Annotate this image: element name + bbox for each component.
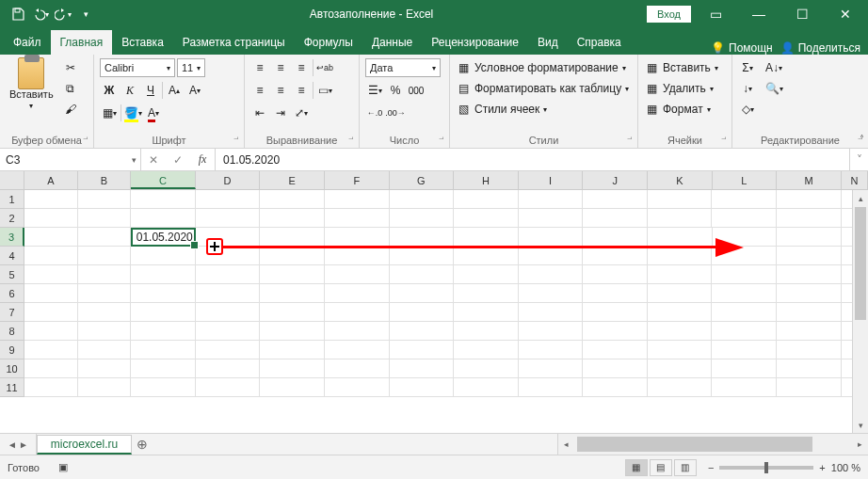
cell[interactable] [454,303,519,322]
orientation-icon[interactable]: ⤢▾ [292,104,311,122]
cell[interactable] [454,322,519,341]
cell[interactable] [648,322,713,341]
cell[interactable] [325,322,390,341]
cell[interactable] [260,303,325,322]
cell[interactable] [390,378,455,397]
cell[interactable] [454,190,519,209]
cell[interactable] [24,284,77,303]
scroll-down-icon[interactable]: ▾ [853,417,868,433]
cell[interactable] [131,284,196,303]
cell[interactable] [390,209,455,228]
cell[interactable] [131,265,196,284]
underline-button[interactable]: Ч [141,81,160,100]
column-header[interactable]: G [390,171,455,189]
cell[interactable] [325,190,390,209]
cell[interactable] [325,378,390,397]
cell[interactable] [712,378,777,397]
undo-icon[interactable]: ▾ [30,4,51,24]
find-select-icon[interactable]: 🔍▾ [761,79,787,98]
column-header[interactable]: F [325,171,390,189]
cell[interactable] [777,265,842,284]
cell[interactable] [390,228,455,247]
cell[interactable] [260,228,325,247]
cell[interactable] [519,265,584,284]
scroll-right-icon[interactable]: ▸ [852,434,868,455]
cell[interactable] [648,303,713,322]
cell[interactable] [24,247,77,265]
cell[interactable] [777,190,842,209]
cell[interactable] [196,247,261,265]
qat-customize-icon[interactable]: ▾ [75,4,96,24]
row-header[interactable]: 2 [0,209,24,228]
cell[interactable] [454,209,519,228]
cell[interactable] [78,190,131,209]
cell[interactable] [519,284,584,303]
cell[interactable] [260,359,325,378]
number-format-combo[interactable]: Дата▾ [365,58,441,77]
cell[interactable] [196,209,261,228]
align-middle-icon[interactable]: ≡ [271,58,290,77]
increase-indent-icon[interactable]: ⇥ [271,104,290,122]
tell-me-button[interactable]: 💡Помощн [711,41,773,55]
accounting-format-icon[interactable]: ☰▾ [365,81,384,100]
view-page-break-icon[interactable]: ▥ [674,459,697,476]
enter-formula-icon[interactable]: ✓ [166,153,190,167]
tab-file[interactable]: Файл [4,30,51,55]
cell[interactable] [390,359,455,378]
zoom-out-button[interactable]: − [708,462,714,473]
maximize-icon[interactable]: ☐ [783,0,821,28]
grow-font-icon[interactable]: A▴ [165,81,184,100]
cell[interactable] [583,359,648,378]
wrap-text-icon[interactable]: ↩ab [315,58,334,77]
cell[interactable] [390,284,455,303]
cell[interactable] [196,341,261,359]
cell[interactable] [648,265,713,284]
align-right-icon[interactable]: ≡ [292,81,311,100]
cell[interactable] [648,359,713,378]
cell[interactable] [131,378,196,397]
cell[interactable] [777,209,842,228]
cell[interactable] [24,190,77,209]
cell[interactable] [454,341,519,359]
column-header[interactable]: N [842,171,868,189]
font-size-combo[interactable]: 11▾ [177,58,205,77]
cell[interactable] [260,284,325,303]
cell[interactable] [260,341,325,359]
cell[interactable] [583,190,648,209]
tab-home[interactable]: Главная [51,30,113,55]
cell[interactable] [24,228,77,247]
cell[interactable] [519,190,584,209]
cell[interactable] [583,284,648,303]
cell[interactable] [583,209,648,228]
cell[interactable] [78,265,131,284]
tab-view[interactable]: Вид [528,30,568,55]
share-button[interactable]: 👤Поделиться [780,41,860,55]
insert-cells-button[interactable]: ▦Вставить▾ [644,58,718,77]
cell[interactable] [325,247,390,265]
expand-formula-bar-icon[interactable]: ˅ [849,149,868,170]
zoom-level[interactable]: 100 % [831,462,860,473]
view-page-layout-icon[interactable]: ▤ [650,459,672,476]
cell[interactable] [390,303,455,322]
cell-styles-button[interactable]: ▧Стили ячеек▾ [456,100,629,119]
cell[interactable] [519,378,584,397]
cell[interactable] [325,359,390,378]
autosum-icon[interactable]: Σ▾ [738,58,757,77]
decrease-indent-icon[interactable]: ⇤ [250,104,269,122]
view-normal-icon[interactable]: ▦ [625,459,648,476]
cell[interactable] [260,209,325,228]
sheet-tab[interactable]: microexcel.ru [37,435,132,455]
cell[interactable] [519,341,584,359]
cell[interactable] [712,359,777,378]
font-color-button[interactable]: A▾ [144,104,163,122]
add-sheet-button[interactable]: ⊕ [132,434,153,455]
format-cells-button[interactable]: ▦Формат▾ [644,100,718,119]
tab-data[interactable]: Данные [362,30,422,55]
italic-button[interactable]: К [121,81,139,100]
align-top-icon[interactable]: ≡ [250,58,269,77]
column-header[interactable]: J [583,171,648,189]
cancel-formula-icon[interactable]: ✕ [141,153,166,167]
zoom-slider[interactable] [719,466,813,470]
cell[interactable] [583,247,648,265]
row-header[interactable]: 10 [0,359,24,378]
